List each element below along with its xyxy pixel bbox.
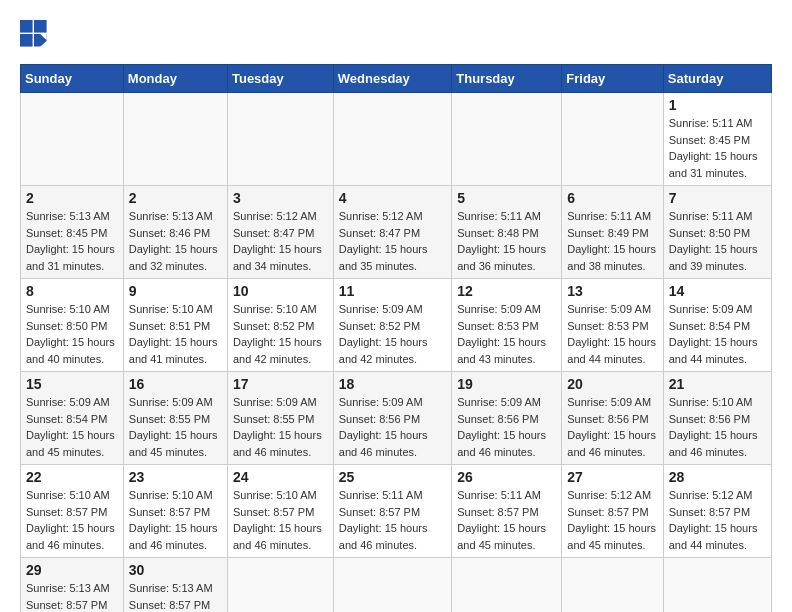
- calendar-day-cell: 4 Sunrise: 5:12 AM Sunset: 8:47 PM Dayli…: [333, 186, 451, 279]
- calendar-day-cell: 25 Sunrise: 5:11 AM Sunset: 8:57 PM Dayl…: [333, 465, 451, 558]
- calendar-week-row: 2 Sunrise: 5:13 AM Sunset: 8:45 PM Dayli…: [21, 186, 772, 279]
- day-number: 14: [669, 283, 766, 299]
- calendar-day-cell: 16 Sunrise: 5:09 AM Sunset: 8:55 PM Dayl…: [123, 372, 227, 465]
- svg-rect-1: [34, 20, 47, 33]
- day-info: Sunrise: 5:12 AM Sunset: 8:47 PM Dayligh…: [339, 208, 446, 274]
- day-info: Sunrise: 5:09 AM Sunset: 8:52 PM Dayligh…: [339, 301, 446, 367]
- calendar-day-cell: [227, 93, 333, 186]
- day-header-tuesday: Tuesday: [227, 65, 333, 93]
- day-number: 28: [669, 469, 766, 485]
- calendar-day-cell: 15 Sunrise: 5:09 AM Sunset: 8:54 PM Dayl…: [21, 372, 124, 465]
- day-number: 24: [233, 469, 328, 485]
- day-info: Sunrise: 5:13 AM Sunset: 8:45 PM Dayligh…: [26, 208, 118, 274]
- day-number: 20: [567, 376, 657, 392]
- calendar-day-cell: 22 Sunrise: 5:10 AM Sunset: 8:57 PM Dayl…: [21, 465, 124, 558]
- day-header-thursday: Thursday: [452, 65, 562, 93]
- day-info: Sunrise: 5:09 AM Sunset: 8:53 PM Dayligh…: [567, 301, 657, 367]
- svg-rect-2: [20, 34, 33, 47]
- logo-icon: [20, 20, 48, 48]
- day-header-friday: Friday: [562, 65, 663, 93]
- calendar-day-cell: [21, 93, 124, 186]
- day-info: Sunrise: 5:13 AM Sunset: 8:57 PM Dayligh…: [26, 580, 118, 612]
- calendar-day-cell: [123, 93, 227, 186]
- calendar-day-cell: [562, 558, 663, 613]
- day-number: 10: [233, 283, 328, 299]
- calendar-day-cell: [333, 93, 451, 186]
- calendar-week-row: 1 Sunrise: 5:11 AM Sunset: 8:45 PM Dayli…: [21, 93, 772, 186]
- calendar-day-cell: 11 Sunrise: 5:09 AM Sunset: 8:52 PM Dayl…: [333, 279, 451, 372]
- day-number: 13: [567, 283, 657, 299]
- calendar-day-cell: 27 Sunrise: 5:12 AM Sunset: 8:57 PM Dayl…: [562, 465, 663, 558]
- day-number: 16: [129, 376, 222, 392]
- day-number: 8: [26, 283, 118, 299]
- day-info: Sunrise: 5:09 AM Sunset: 8:54 PM Dayligh…: [26, 394, 118, 460]
- day-number: 1: [669, 97, 766, 113]
- calendar-day-cell: 12 Sunrise: 5:09 AM Sunset: 8:53 PM Dayl…: [452, 279, 562, 372]
- day-info: Sunrise: 5:11 AM Sunset: 8:57 PM Dayligh…: [457, 487, 556, 553]
- calendar-day-cell: 14 Sunrise: 5:09 AM Sunset: 8:54 PM Dayl…: [663, 279, 771, 372]
- day-info: Sunrise: 5:10 AM Sunset: 8:57 PM Dayligh…: [26, 487, 118, 553]
- calendar-day-cell: 26 Sunrise: 5:11 AM Sunset: 8:57 PM Dayl…: [452, 465, 562, 558]
- day-info: Sunrise: 5:09 AM Sunset: 8:53 PM Dayligh…: [457, 301, 556, 367]
- day-number: 23: [129, 469, 222, 485]
- calendar-day-cell: [452, 558, 562, 613]
- day-info: Sunrise: 5:09 AM Sunset: 8:54 PM Dayligh…: [669, 301, 766, 367]
- day-info: Sunrise: 5:10 AM Sunset: 8:57 PM Dayligh…: [129, 487, 222, 553]
- calendar-day-cell: 8 Sunrise: 5:10 AM Sunset: 8:50 PM Dayli…: [21, 279, 124, 372]
- day-info: Sunrise: 5:12 AM Sunset: 8:47 PM Dayligh…: [233, 208, 328, 274]
- logo: [20, 20, 52, 48]
- day-info: Sunrise: 5:09 AM Sunset: 8:56 PM Dayligh…: [339, 394, 446, 460]
- calendar-day-cell: 30 Sunrise: 5:13 AM Sunset: 8:57 PM Dayl…: [123, 558, 227, 613]
- day-number: 29: [26, 562, 118, 578]
- calendar-week-row: 22 Sunrise: 5:10 AM Sunset: 8:57 PM Dayl…: [21, 465, 772, 558]
- calendar-day-cell: 7 Sunrise: 5:11 AM Sunset: 8:50 PM Dayli…: [663, 186, 771, 279]
- calendar-header-row: SundayMondayTuesdayWednesdayThursdayFrid…: [21, 65, 772, 93]
- calendar-day-cell: [562, 93, 663, 186]
- day-number: 27: [567, 469, 657, 485]
- day-number: 30: [129, 562, 222, 578]
- calendar-day-cell: 29 Sunrise: 5:13 AM Sunset: 8:57 PM Dayl…: [21, 558, 124, 613]
- calendar-day-cell: 9 Sunrise: 5:10 AM Sunset: 8:51 PM Dayli…: [123, 279, 227, 372]
- calendar-day-cell: 1 Sunrise: 5:11 AM Sunset: 8:45 PM Dayli…: [663, 93, 771, 186]
- day-number: 7: [669, 190, 766, 206]
- day-number: 11: [339, 283, 446, 299]
- day-info: Sunrise: 5:09 AM Sunset: 8:56 PM Dayligh…: [457, 394, 556, 460]
- day-info: Sunrise: 5:10 AM Sunset: 8:52 PM Dayligh…: [233, 301, 328, 367]
- day-number: 9: [129, 283, 222, 299]
- day-info: Sunrise: 5:11 AM Sunset: 8:45 PM Dayligh…: [669, 115, 766, 181]
- day-number: 26: [457, 469, 556, 485]
- day-number: 15: [26, 376, 118, 392]
- calendar-table: SundayMondayTuesdayWednesdayThursdayFrid…: [20, 64, 772, 612]
- day-number: 5: [457, 190, 556, 206]
- calendar-day-cell: 20 Sunrise: 5:09 AM Sunset: 8:56 PM Dayl…: [562, 372, 663, 465]
- calendar-day-cell: 17 Sunrise: 5:09 AM Sunset: 8:55 PM Dayl…: [227, 372, 333, 465]
- calendar-day-cell: [663, 558, 771, 613]
- svg-rect-0: [20, 20, 33, 33]
- day-info: Sunrise: 5:11 AM Sunset: 8:57 PM Dayligh…: [339, 487, 446, 553]
- day-number: 2: [26, 190, 118, 206]
- calendar-day-cell: 6 Sunrise: 5:11 AM Sunset: 8:49 PM Dayli…: [562, 186, 663, 279]
- day-info: Sunrise: 5:11 AM Sunset: 8:50 PM Dayligh…: [669, 208, 766, 274]
- day-info: Sunrise: 5:12 AM Sunset: 8:57 PM Dayligh…: [669, 487, 766, 553]
- day-info: Sunrise: 5:10 AM Sunset: 8:57 PM Dayligh…: [233, 487, 328, 553]
- page-header: [20, 20, 772, 48]
- calendar-day-cell: 21 Sunrise: 5:10 AM Sunset: 8:56 PM Dayl…: [663, 372, 771, 465]
- day-info: Sunrise: 5:13 AM Sunset: 8:46 PM Dayligh…: [129, 208, 222, 274]
- calendar-week-row: 8 Sunrise: 5:10 AM Sunset: 8:50 PM Dayli…: [21, 279, 772, 372]
- calendar-day-cell: 18 Sunrise: 5:09 AM Sunset: 8:56 PM Dayl…: [333, 372, 451, 465]
- day-header-saturday: Saturday: [663, 65, 771, 93]
- day-number: 19: [457, 376, 556, 392]
- calendar-day-cell: 2 Sunrise: 5:13 AM Sunset: 8:45 PM Dayli…: [21, 186, 124, 279]
- calendar-day-cell: [452, 93, 562, 186]
- day-number: 3: [233, 190, 328, 206]
- calendar-week-row: 15 Sunrise: 5:09 AM Sunset: 8:54 PM Dayl…: [21, 372, 772, 465]
- day-number: 18: [339, 376, 446, 392]
- calendar-day-cell: 24 Sunrise: 5:10 AM Sunset: 8:57 PM Dayl…: [227, 465, 333, 558]
- day-info: Sunrise: 5:09 AM Sunset: 8:55 PM Dayligh…: [233, 394, 328, 460]
- day-info: Sunrise: 5:10 AM Sunset: 8:50 PM Dayligh…: [26, 301, 118, 367]
- day-info: Sunrise: 5:10 AM Sunset: 8:51 PM Dayligh…: [129, 301, 222, 367]
- calendar-day-cell: [333, 558, 451, 613]
- day-info: Sunrise: 5:09 AM Sunset: 8:55 PM Dayligh…: [129, 394, 222, 460]
- calendar-day-cell: 5 Sunrise: 5:11 AM Sunset: 8:48 PM Dayli…: [452, 186, 562, 279]
- calendar-day-cell: 2 Sunrise: 5:13 AM Sunset: 8:46 PM Dayli…: [123, 186, 227, 279]
